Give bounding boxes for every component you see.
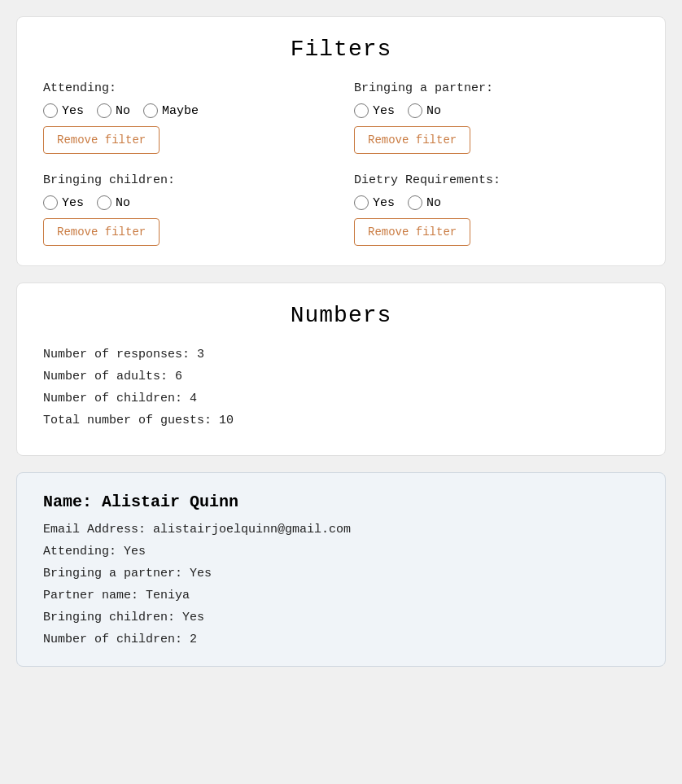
attending-filter-group: Attending: Yes No Maybe Remove filter — [43, 81, 328, 154]
dietary-yes-option[interactable]: Yes — [354, 195, 395, 210]
children-yes-radio[interactable] — [43, 195, 58, 210]
dietary-no-radio[interactable] — [408, 195, 422, 210]
attending-no-radio[interactable] — [97, 103, 111, 118]
stat-line: Total number of guests: 10 — [43, 414, 639, 427]
dietary-yes-radio[interactable] — [354, 195, 369, 210]
attending-yes-label: Yes — [62, 104, 84, 118]
bringing-children-label: Bringing children: — [43, 173, 328, 187]
bringing-partner-label: Bringing a partner: — [354, 81, 639, 95]
bringing-children-filter-group: Bringing children: Yes No Remove filter — [43, 173, 328, 246]
bringing-partner-filter-group: Bringing a partner: Yes No Remove filter — [354, 81, 639, 154]
bringing-children-radio-group: Yes No — [43, 195, 328, 210]
bringing-partner-radio-group: Yes No — [354, 103, 639, 118]
attending-no-label: No — [116, 104, 130, 118]
stat-line: Number of children: 4 — [43, 392, 639, 405]
attending-label: Attending: — [43, 81, 328, 95]
children-yes-label: Yes — [62, 196, 84, 210]
numbers-card: Numbers Number of responses: 3Number of … — [16, 283, 666, 456]
dietary-radio-group: Yes No — [354, 195, 639, 210]
children-no-option[interactable]: No — [97, 195, 130, 210]
person-field-line: Number of children: 2 — [43, 633, 639, 646]
attending-maybe-radio[interactable] — [143, 103, 158, 118]
numbers-stats: Number of responses: 3Number of adults: … — [43, 348, 639, 427]
partner-no-radio[interactable] — [408, 103, 422, 118]
partner-yes-radio[interactable] — [354, 103, 369, 118]
dietary-no-option[interactable]: No — [408, 195, 441, 210]
attending-yes-option[interactable]: Yes — [43, 103, 84, 118]
children-yes-option[interactable]: Yes — [43, 195, 84, 210]
dietary-yes-label: Yes — [373, 196, 395, 210]
stat-line: Number of responses: 3 — [43, 348, 639, 361]
stat-line: Number of adults: 6 — [43, 370, 639, 383]
partner-no-option[interactable]: No — [408, 103, 441, 118]
children-no-radio[interactable] — [97, 195, 111, 210]
dietary-no-label: No — [426, 196, 441, 210]
children-remove-filter-button[interactable]: Remove filter — [43, 218, 160, 246]
dietary-label: Dietry Requirements: — [354, 173, 639, 187]
dietary-remove-filter-button[interactable]: Remove filter — [354, 218, 470, 246]
attending-maybe-option[interactable]: Maybe — [143, 103, 199, 118]
dietary-filter-group: Dietry Requirements: Yes No Remove filte… — [354, 173, 639, 246]
attending-no-option[interactable]: No — [97, 103, 130, 118]
attending-radio-group: Yes No Maybe — [43, 103, 328, 118]
numbers-title: Numbers — [43, 303, 639, 328]
partner-no-label: No — [426, 104, 441, 118]
person-field-line: Partner name: Teniya — [43, 589, 639, 602]
attending-maybe-label: Maybe — [162, 104, 199, 118]
person-field-line: Bringing children: Yes — [43, 611, 639, 624]
person-card: Name: Alistair Quinn Email Address: alis… — [16, 472, 666, 667]
person-field-line: Bringing a partner: Yes — [43, 567, 639, 580]
person-field-line: Email Address: alistairjoelquinn@gmail.c… — [43, 523, 639, 537]
filters-title: Filters — [43, 37, 639, 62]
person-name: Name: Alistair Quinn — [43, 493, 639, 511]
partner-remove-filter-button[interactable]: Remove filter — [354, 126, 470, 154]
attending-remove-filter-button[interactable]: Remove filter — [43, 126, 160, 154]
partner-yes-label: Yes — [373, 104, 395, 118]
children-no-label: No — [116, 196, 130, 210]
filters-card: Filters Attending: Yes No Maybe Remove f… — [16, 16, 666, 266]
person-field-line: Attending: Yes — [43, 545, 639, 558]
attending-yes-radio[interactable] — [43, 103, 58, 118]
filters-grid: Attending: Yes No Maybe Remove filter Br… — [43, 81, 639, 246]
partner-yes-option[interactable]: Yes — [354, 103, 395, 118]
person-fields: Email Address: alistairjoelquinn@gmail.c… — [43, 523, 639, 646]
